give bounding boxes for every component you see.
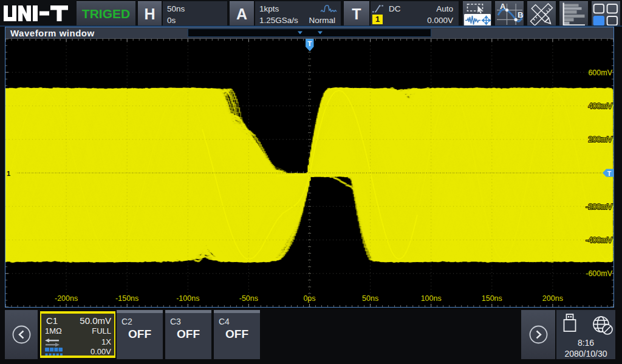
svg-text:600mV: 600mV [588, 69, 612, 77]
svg-text:T: T [607, 170, 612, 177]
svg-text:B: B [518, 10, 523, 19]
svg-text:1: 1 [7, 170, 10, 177]
svg-text:-50ns: -50ns [239, 294, 258, 303]
svg-text:200ns: 200ns [542, 294, 563, 303]
svg-text:-150ns: -150ns [115, 294, 138, 303]
svg-text:T: T [307, 40, 312, 47]
svg-text:200mV: 200mV [588, 135, 612, 144]
svg-text:100ns: 100ns [421, 294, 442, 303]
svg-text:0ps: 0ps [303, 294, 315, 303]
svg-text:150ns: 150ns [482, 294, 502, 303]
svg-text:-600mV: -600mV [586, 269, 612, 278]
svg-text:-200ns: -200ns [55, 294, 78, 303]
svg-text:-400mV: -400mV [586, 236, 612, 244]
svg-text:A: A [500, 2, 506, 11]
svg-text:50ns: 50ns [362, 294, 378, 303]
svg-text:-200mV: -200mV [586, 203, 612, 211]
svg-text:400mV: 400mV [588, 102, 612, 110]
svg-text:-100ns: -100ns [176, 294, 199, 303]
